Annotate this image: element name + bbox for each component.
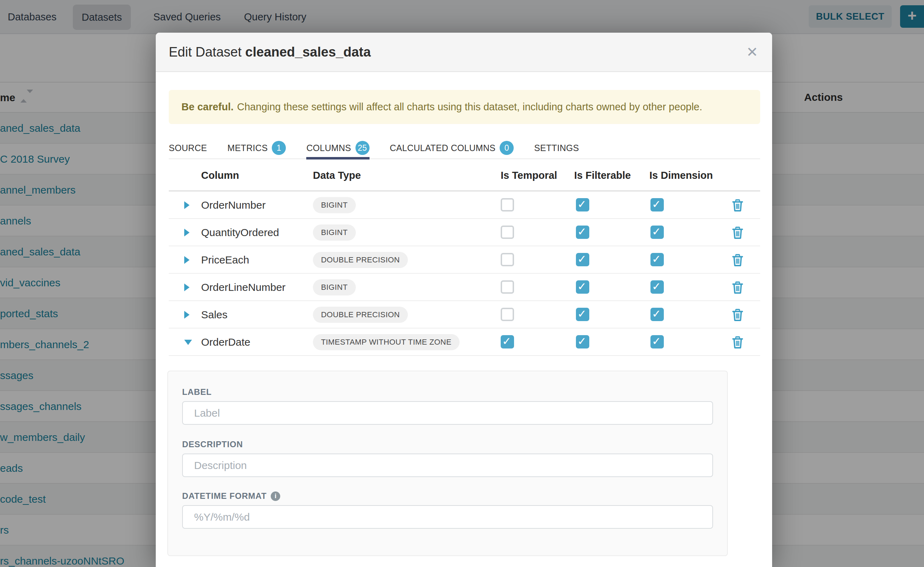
column-edit-panel: LABEL DESCRIPTION DATETIME FORMAT xyxy=(167,370,728,556)
delete-column-icon[interactable] xyxy=(732,226,743,239)
is-dimension-checkbox[interactable] xyxy=(650,253,664,266)
is-filterable-checkbox[interactable] xyxy=(576,253,589,266)
is-temporal-checkbox[interactable] xyxy=(501,308,514,321)
collapse-caret-icon[interactable] xyxy=(184,340,192,345)
data-type-pill: DOUBLE PRECISION xyxy=(313,252,408,268)
delete-column-icon[interactable] xyxy=(732,309,743,321)
tab-label: CALCULATED COLUMNS xyxy=(390,143,496,153)
table-row-expanded: OrderDate TIMESTAMP WITHOUT TIME ZONE xyxy=(169,328,760,356)
modal-title-dataset-name: cleaned_sales_data xyxy=(245,45,371,59)
info-icon[interactable] xyxy=(271,492,280,501)
is-dimension-checkbox[interactable] xyxy=(650,308,664,321)
tab-columns[interactable]: COLUMNS 25 xyxy=(306,137,369,159)
table-row: OrderNumber BIGINT xyxy=(169,192,760,219)
is-filterable-checkbox[interactable] xyxy=(576,308,589,321)
expand-caret-icon[interactable] xyxy=(184,284,190,291)
column-name: OrderNumber xyxy=(201,199,265,211)
column-name: OrderLineNumber xyxy=(201,281,286,293)
expand-caret-icon[interactable] xyxy=(184,256,190,264)
is-dimension-checkbox[interactable] xyxy=(650,198,664,212)
modal-title-prefix: Edit Dataset xyxy=(169,45,242,59)
modal-body: Be careful. Changing these settings will… xyxy=(156,90,772,556)
expand-caret-icon[interactable] xyxy=(184,201,190,209)
description-input[interactable] xyxy=(182,453,713,477)
is-filterable-checkbox[interactable] xyxy=(576,198,589,212)
is-temporal-checkbox[interactable] xyxy=(501,253,514,266)
header-data-type: Data Type xyxy=(313,170,361,181)
label-field-label: LABEL xyxy=(182,387,727,397)
modal-title: Edit Dataset cleaned_sales_data xyxy=(169,45,371,60)
delete-column-icon[interactable] xyxy=(732,336,743,348)
data-type-pill: BIGINT xyxy=(313,279,356,296)
description-field-label: DESCRIPTION xyxy=(182,440,727,449)
warning-banner: Be careful. Changing these settings will… xyxy=(169,90,760,124)
tab-metrics[interactable]: METRICS 1 xyxy=(227,137,286,159)
column-name: Sales xyxy=(201,309,227,321)
is-dimension-checkbox[interactable] xyxy=(650,280,664,294)
is-temporal-checkbox[interactable] xyxy=(501,198,514,212)
column-name: QuantityOrdered xyxy=(201,226,279,238)
header-is-dimension: Is Dimension xyxy=(649,170,713,181)
table-row: Sales DOUBLE PRECISION xyxy=(169,301,760,328)
datetime-format-input[interactable] xyxy=(182,505,713,529)
is-filterable-checkbox[interactable] xyxy=(576,335,589,348)
is-temporal-checkbox[interactable] xyxy=(501,335,514,348)
field-label-text: LABEL xyxy=(182,387,212,397)
tab-badge: 25 xyxy=(355,141,370,155)
expand-caret-icon[interactable] xyxy=(184,311,190,319)
warning-bold-text: Be careful. xyxy=(181,101,233,113)
is-dimension-checkbox[interactable] xyxy=(650,225,664,239)
tab-settings[interactable]: SETTINGS xyxy=(534,137,579,159)
columns-table-header: Column Data Type Is Temporal Is Filterab… xyxy=(169,159,760,192)
modal-tabs: SOURCE METRICS 1 COLUMNS 25 CALCULATED C… xyxy=(169,137,760,159)
delete-column-icon[interactable] xyxy=(732,199,743,212)
field-label-text: DATETIME FORMAT xyxy=(182,491,266,501)
edit-dataset-modal: Edit Dataset cleaned_sales_data ✕ Be car… xyxy=(156,33,772,567)
header-is-filterable: Is Filterable xyxy=(574,170,631,181)
tab-badge: 1 xyxy=(272,141,286,155)
datetime-format-field-label: DATETIME FORMAT xyxy=(182,491,727,501)
data-type-pill: DOUBLE PRECISION xyxy=(313,307,408,323)
label-input[interactable] xyxy=(182,401,713,425)
expand-caret-icon[interactable] xyxy=(184,229,190,236)
is-temporal-checkbox[interactable] xyxy=(501,225,514,239)
delete-column-icon[interactable] xyxy=(732,254,743,266)
header-column: Column xyxy=(201,170,239,181)
column-name: PriceEach xyxy=(201,254,249,266)
tab-source[interactable]: SOURCE xyxy=(169,137,207,159)
is-filterable-checkbox[interactable] xyxy=(576,225,589,239)
tab-calculated-columns[interactable]: CALCULATED COLUMNS 0 xyxy=(390,137,514,159)
column-name: OrderDate xyxy=(201,336,250,348)
tab-label: COLUMNS xyxy=(306,143,351,153)
field-label-text: DESCRIPTION xyxy=(182,440,243,449)
tab-badge: 0 xyxy=(500,141,514,155)
is-temporal-checkbox[interactable] xyxy=(501,280,514,294)
tab-label: SETTINGS xyxy=(534,143,579,153)
delete-column-icon[interactable] xyxy=(732,281,743,294)
tab-label: METRICS xyxy=(227,143,268,153)
table-row: OrderLineNumber BIGINT xyxy=(169,274,760,301)
warning-text: Changing these settings will affect all … xyxy=(237,101,702,113)
header-is-temporal: Is Temporal xyxy=(501,170,557,181)
data-type-pill: BIGINT xyxy=(313,197,356,213)
data-type-pill: TIMESTAMP WITHOUT TIME ZONE xyxy=(313,334,459,350)
table-row: QuantityOrdered BIGINT xyxy=(169,219,760,246)
is-filterable-checkbox[interactable] xyxy=(576,280,589,294)
modal-header: Edit Dataset cleaned_sales_data ✕ xyxy=(156,33,772,72)
data-type-pill: BIGINT xyxy=(313,225,356,241)
close-icon[interactable]: ✕ xyxy=(746,44,758,60)
is-dimension-checkbox[interactable] xyxy=(650,335,664,348)
table-row: PriceEach DOUBLE PRECISION xyxy=(169,246,760,274)
tab-label: SOURCE xyxy=(169,143,207,153)
